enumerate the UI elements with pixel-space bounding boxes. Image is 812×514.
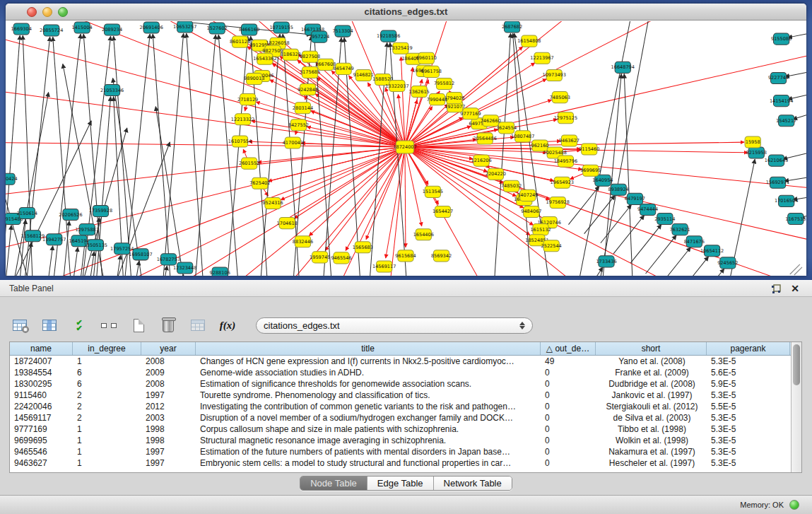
table-cell[interactable]: 0 [541,435,596,446]
table-cell[interactable]: Corpus callosum shape and size in male p… [196,424,541,435]
column-select-icon[interactable] [40,316,59,334]
table-cell[interactable]: 2 [73,401,141,412]
table-cell[interactable]: 49 [541,356,596,367]
table-cell[interactable]: 1998 [141,435,196,446]
table-cell[interactable]: 19384554 [10,367,73,378]
edge[interactable] [159,33,183,276]
table-cell[interactable]: 1 [73,446,141,457]
table-cell[interactable]: Nakamura et al. (1997) [596,446,707,457]
edge[interactable] [60,221,69,276]
table-cell[interactable]: 2012 [141,401,196,412]
table-cell[interactable]: 6 [73,367,141,378]
table-scrollbar[interactable] [791,342,801,472]
table-cell[interactable]: 1 [73,435,141,446]
table-cell[interactable]: 0 [541,367,596,378]
tab-node-table[interactable]: Node Table [300,477,367,490]
table-cell[interactable]: 9463627 [10,457,73,469]
network-canvas[interactable]: 1669304208557241415004208923420691406106… [6,21,806,276]
column-header-pagerank[interactable]: pagerank [707,342,790,355]
table-cell[interactable]: Franke et al. (2009) [596,367,707,378]
resize-grip-icon[interactable] [790,264,800,274]
edge[interactable] [223,36,247,276]
table-cell[interactable]: 5.3E-5 [707,446,790,457]
edge[interactable] [584,195,615,233]
table-cell[interactable]: 2008 [141,356,196,367]
table-cell[interactable]: 0 [541,412,596,424]
edge[interactable] [44,246,53,276]
table-row[interactable]: 969969511998Structural magnetic resonanc… [10,435,791,446]
table-cell[interactable]: 2 [73,412,141,424]
table-row[interactable]: 1456911722003Disruption of a novel membe… [10,412,791,424]
column-header-in_degree[interactable]: in_degree [73,342,141,355]
edge[interactable] [85,252,94,276]
table-row[interactable]: 946362711997Embryonic stem cells: a mode… [10,457,791,469]
table-cell[interactable]: 5.3E-5 [707,424,790,435]
table-cell[interactable]: Hescheler et al. (1997) [596,457,707,469]
table-cell[interactable]: Genome-wide association studies in ADHD. [196,367,541,378]
table-row[interactable]: 977716911998Corpus callosum shape and si… [10,424,791,435]
edge[interactable] [130,261,139,276]
table-cell[interactable]: 1997 [141,390,196,401]
table-cell[interactable]: Changes of HCN gene expression and I(f) … [196,356,541,367]
table-cell[interactable]: Structural magnetic resonance image aver… [196,435,541,446]
table-row[interactable]: 1938455462009Genome-wide association stu… [10,367,791,378]
minimize-window-icon[interactable] [42,7,52,17]
table-cell[interactable]: Tibbo et al. (1998) [596,424,707,435]
table-cell[interactable]: 18300295 [10,378,73,390]
table-row[interactable]: 2242004622012Investigating the contribut… [10,401,791,412]
edge[interactable] [630,225,661,263]
edge[interactable] [405,147,406,247]
table-cell[interactable]: 9465546 [10,446,73,457]
new-document-icon[interactable] [129,316,148,334]
select-rows-icon[interactable]: ✔✔ [69,316,89,334]
close-panel-icon[interactable]: ✕ [791,283,799,294]
scrollbar-thumb[interactable] [793,344,800,385]
table-cell[interactable]: 1997 [141,446,196,457]
column-header-out_de[interactable]: △ out_de… [541,342,596,355]
edge[interactable] [120,34,150,276]
table-cell[interactable]: 2008 [141,378,196,390]
row-height-icon[interactable] [99,316,119,334]
table-cell[interactable]: 5.5E-5 [707,401,790,412]
table-cell[interactable]: 5.9E-5 [707,378,790,390]
edge[interactable] [158,266,167,276]
citation-network-graph[interactable]: 1669304208557241415004208923420691406106… [6,21,806,276]
table-cell[interactable]: 1998 [141,424,196,435]
column-header-year[interactable]: year [141,342,196,355]
table-cell[interactable]: 1997 [141,457,196,469]
edge[interactable] [568,186,599,224]
table-cell[interactable]: 6 [73,378,141,390]
tab-network-table[interactable]: Network Table [434,477,512,490]
table-cell[interactable]: 2009 [141,367,196,378]
table-cell[interactable]: 0 [541,446,596,457]
edge[interactable] [405,147,806,249]
table-cell[interactable]: Dudbridge et al. (2008) [596,378,707,390]
table-cell[interactable]: 9777169 [10,424,73,435]
edge[interactable] [646,235,676,274]
table-cell[interactable]: 22420046 [10,401,73,412]
table-cell[interactable]: Jankovic et al. (1997) [596,390,707,401]
table-cell[interactable]: 5.3E-5 [707,457,790,469]
table-row[interactable]: 1872400712008Changes of HCN gene express… [10,356,791,367]
float-panel-icon[interactable] [771,284,781,294]
table-cell[interactable]: Investigating the contribution of common… [196,401,541,412]
network-window[interactable]: citations_edges.txt 16693042085572414150… [6,4,806,276]
edge[interactable] [325,147,405,250]
table-cell[interactable]: 9115460 [10,390,73,401]
edge[interactable] [155,107,192,276]
column-header-name[interactable]: name [10,342,73,355]
table-cell[interactable]: 5.3E-5 [707,412,790,424]
table-cell[interactable]: 0 [541,424,596,435]
function-icon[interactable]: f(x) [218,316,237,334]
table-cell[interactable]: Yano et al. (2008) [596,356,707,367]
table-cell[interactable]: Estimation of the future numbers of pati… [196,446,541,457]
table-cell[interactable]: 1 [73,457,141,469]
table-grid[interactable]: namein_degreeyeartitle△ out_de…shortpage… [10,342,791,472]
edge[interactable] [6,86,405,147]
table-cell[interactable]: 5.3E-5 [707,435,790,446]
delete-icon[interactable] [158,316,178,334]
table-row[interactable]: 1830029562008Estimation of significance … [10,378,791,390]
edge[interactable] [6,121,91,276]
table-cell[interactable]: 14569117 [10,412,73,424]
window-titlebar[interactable]: citations_edges.txt [6,4,806,21]
